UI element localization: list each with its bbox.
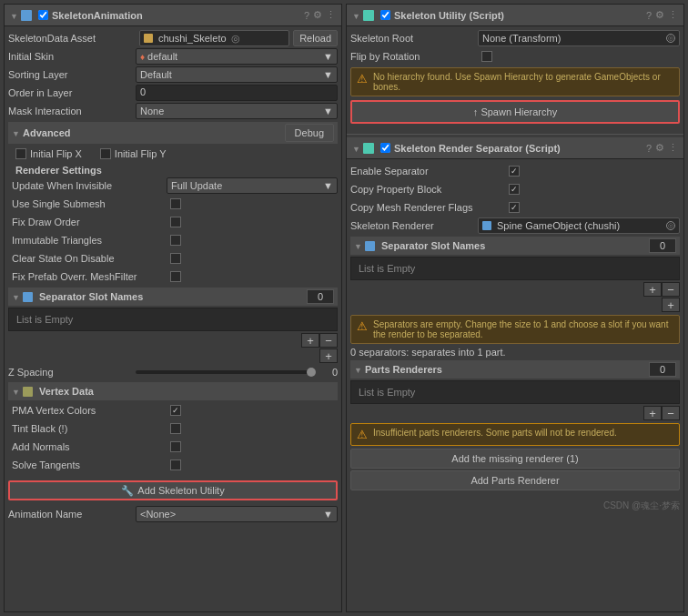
add-normals-checkbox[interactable] — [170, 441, 181, 452]
add-skeleton-utility-button[interactable]: 🔧 Add Skeleton Utility — [8, 480, 338, 500]
enabled-checkbox[interactable] — [38, 10, 48, 20]
warning-icon-top: ⚠ — [357, 72, 368, 86]
right-separator-plus-btn[interactable]: + — [643, 282, 662, 297]
use-single-submesh-checkbox[interactable] — [170, 198, 181, 209]
update-when-invisible-label: Update When Invisible — [12, 180, 167, 191]
skeleton-animation-icon — [21, 10, 32, 21]
separator-add-row: + — [8, 348, 338, 363]
right-separator-icon — [365, 241, 375, 251]
skeleton-root-target[interactable]: ◎ — [666, 34, 675, 43]
right-bottom-section: ▼ Skeleton Render Separator (Script) ? ⚙… — [347, 137, 683, 496]
right-bottom-content: Enable Separator Copy Property Block Cop… — [347, 159, 683, 496]
separator-plus-minus: + − — [8, 333, 338, 348]
tint-black-checkbox[interactable] — [170, 423, 181, 434]
help-icon-right-bottom[interactable]: ? — [646, 143, 652, 154]
mask-interaction-value: None — [140, 106, 164, 116]
clear-state-row: Clear State On Disable — [12, 250, 338, 267]
settings-icon-left[interactable]: ⚙ — [313, 9, 322, 21]
skeleton-data-row: SkeletonData Asset chushi_Skeleto ◎ Relo… — [8, 30, 338, 46]
add-parts-renderer-button[interactable]: Add Parts Renderer — [350, 470, 680, 490]
fix-draw-order-label: Fix Draw Order — [12, 217, 167, 227]
clear-state-checkbox[interactable] — [170, 253, 181, 264]
skeleton-renderer-field[interactable]: Spine GameObject (chushi) ◎ — [478, 217, 680, 234]
spine-gameobject-icon — [482, 221, 491, 230]
flip-x-row: Initial Flip X — [15, 148, 82, 159]
fix-prefab-checkbox[interactable] — [170, 271, 181, 282]
separator-add-btn[interactable]: + — [319, 348, 338, 363]
skeleton-root-label: Skeleton Root — [350, 33, 478, 44]
fix-draw-order-checkbox[interactable] — [170, 217, 181, 227]
kebab-icon-right-top[interactable]: ⋮ — [668, 9, 678, 21]
immutable-triangles-row: Immutable Triangles — [12, 232, 338, 248]
skeleton-utility-enabled[interactable] — [380, 10, 390, 20]
warning-icon-parts: ⚠ — [357, 428, 368, 441]
mask-interaction-row: Mask Interaction None ▼ — [8, 103, 338, 119]
help-icon-left[interactable]: ? — [304, 10, 309, 21]
parts-renderers-section[interactable]: ▼ Parts Renderers 0 — [350, 360, 680, 379]
update-when-invisible-dropdown[interactable]: Full Update ▼ — [167, 177, 338, 194]
enable-separator-label: Enable Separator — [350, 166, 505, 177]
flip-row: Initial Flip X Initial Flip Y — [15, 146, 338, 162]
skeleton-renderer-row: Skeleton Renderer Spine GameObject (chus… — [350, 217, 680, 234]
parts-plus-btn[interactable]: + — [643, 406, 662, 420]
animation-name-label: Animation Name — [8, 509, 136, 520]
panel-separator — [347, 134, 683, 135]
pma-vertex-colors-checkbox[interactable] — [170, 405, 181, 416]
right-separator-count[interactable]: 0 — [649, 238, 676, 253]
order-in-layer-input[interactable]: 0 — [136, 85, 338, 101]
dropdown-arrow-anim: ▼ — [323, 509, 333, 520]
immutable-triangles-checkbox[interactable] — [170, 235, 181, 246]
spawn-hierarchy-button[interactable]: ↑ Spawn Hierarchy — [350, 100, 680, 124]
enable-separator-checkbox[interactable] — [509, 166, 520, 177]
advanced-fold-arrow: ▼ — [12, 129, 19, 136]
help-icon-right-top[interactable]: ? — [646, 10, 652, 21]
asset-target-icon[interactable]: ◎ — [231, 33, 240, 45]
add-missing-renderer-button[interactable]: Add the missing renderer (1) — [350, 449, 680, 469]
separator-plus-btn[interactable]: + — [301, 333, 319, 348]
debug-button[interactable]: Debug — [285, 124, 334, 142]
reload-button[interactable]: Reload — [293, 30, 338, 46]
skeleton-root-field[interactable]: None (Transform) ◎ — [478, 30, 680, 46]
add-normals-row: Add Normals — [12, 439, 338, 455]
right-top-section: ▼ Skeleton Utility (Script) ? ⚙ ⋮ Skelet… — [347, 5, 683, 131]
initial-skin-dropdown[interactable]: ♦ default ▼ — [136, 48, 338, 65]
animation-name-value: <None> — [140, 509, 176, 520]
separator-slot-count[interactable]: 0 — [307, 289, 334, 304]
mask-interaction-dropdown[interactable]: None ▼ — [136, 103, 338, 119]
parts-renderers-count[interactable]: 0 — [649, 362, 676, 377]
dropdown-arrow-skin: ▼ — [323, 51, 333, 62]
z-spacing-row: Z Spacing 0 — [8, 364, 338, 380]
right-separator-slot-names-section[interactable]: ▼ Separator Slot Names 0 — [350, 237, 680, 255]
flip-y-checkbox[interactable] — [100, 148, 111, 159]
parts-minus-btn[interactable]: − — [662, 406, 680, 420]
render-separator-enabled[interactable] — [380, 143, 390, 153]
settings-icon-right-top[interactable]: ⚙ — [655, 9, 664, 21]
parts-renderers-fold-arrow: ▼ — [354, 366, 361, 373]
right-separator-fold-arrow: ▼ — [354, 242, 361, 249]
sorting-layer-dropdown[interactable]: Default ▼ — [136, 66, 338, 83]
separator-minus-btn[interactable]: − — [319, 333, 338, 348]
parts-list-empty: List is Empty — [350, 380, 680, 404]
fold-arrow-left[interactable]: ▼ — [10, 12, 17, 19]
skeleton-renderer-target[interactable]: ◎ — [666, 221, 675, 230]
separators-info: ⚠ Separators are empty. Change the size … — [350, 315, 680, 344]
z-spacing-slider[interactable] — [136, 370, 316, 374]
copy-property-block-row: Copy Property Block — [350, 181, 680, 197]
renderer-settings-label: Renderer Settings — [15, 165, 338, 176]
settings-icon-right-bottom[interactable]: ⚙ — [655, 142, 664, 154]
solve-tangents-checkbox[interactable] — [170, 459, 181, 470]
flip-x-checkbox[interactable] — [15, 148, 26, 159]
separator-slot-names-section[interactable]: ▼ Separator Slot Names 0 — [8, 288, 338, 306]
advanced-section-header[interactable]: ▼ Advanced Debug — [8, 122, 338, 144]
right-separator-add-btn[interactable]: + — [662, 298, 680, 312]
update-when-invisible-row: Update When Invisible Full Update ▼ — [12, 177, 338, 194]
animation-name-dropdown[interactable]: <None> ▼ — [136, 506, 338, 522]
right-separator-minus-btn[interactable]: − — [662, 282, 680, 297]
kebab-icon-right-bottom[interactable]: ⋮ — [668, 142, 678, 154]
skeleton-data-field[interactable]: chushi_Skeleto ◎ — [139, 30, 289, 46]
copy-mesh-flags-checkbox[interactable] — [509, 202, 520, 213]
kebab-icon-left[interactable]: ⋮ — [326, 9, 336, 21]
flip-by-rotation-checkbox[interactable] — [481, 51, 492, 62]
copy-property-block-checkbox[interactable] — [509, 184, 520, 195]
vertex-data-section[interactable]: ▼ Vertex Data — [8, 382, 338, 400]
